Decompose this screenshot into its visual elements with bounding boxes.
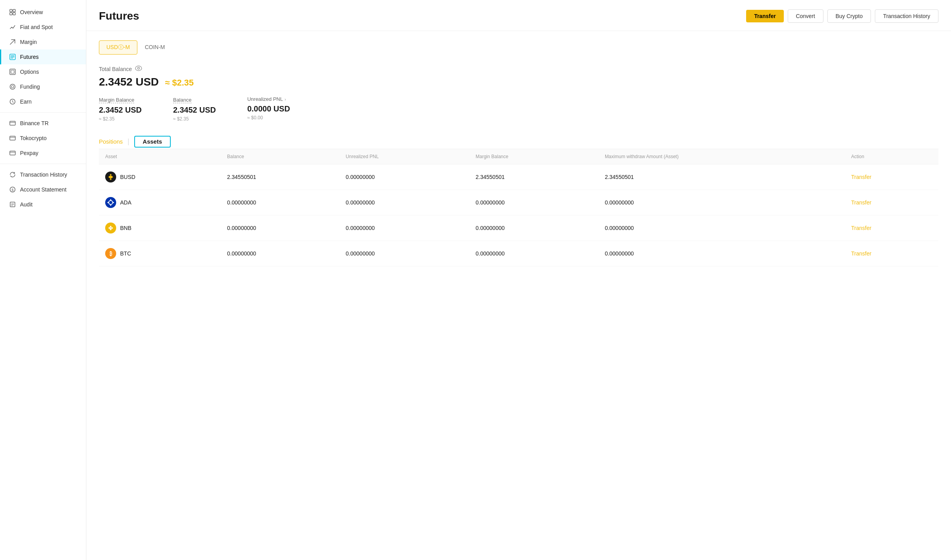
col-balance: Balance [221,149,340,164]
total-balance-label: Total Balance [99,66,938,73]
sub-tab-assets[interactable]: Assets [143,138,162,145]
cell-margin-balance-1: 0.00000000 [469,190,599,215]
convert-button[interactable]: Convert [788,9,823,23]
sidebar-label-account-statement: Account Statement [20,186,66,193]
svg-rect-12 [10,151,15,155]
sidebar-label-binance-tr: Binance TR [20,120,49,126]
sidebar-label-transaction-history: Transaction History [20,171,67,178]
cell-max-withdraw-2: 0.00000000 [599,215,845,241]
sidebar-item-pexpay[interactable]: Pexpay [0,146,86,161]
transaction-history-button[interactable]: Transaction History [875,9,938,23]
margin-icon [9,38,16,46]
svg-point-8 [11,86,14,88]
cell-unrealized-pnl-1: 0.00000000 [340,190,469,215]
audit-icon [9,201,16,208]
cell-asset-2: BNB [99,215,221,241]
col-action: Action [845,149,939,164]
svg-point-24 [113,202,114,203]
total-balance-value: 2.3452 USD ≈ $2.35 [99,76,938,88]
page-title: Futures [99,10,139,22]
transfer-link-1[interactable]: Transfer [851,199,872,206]
transfer-button[interactable]: Transfer [746,10,783,22]
main-content: Futures Transfer Convert Buy Crypto Tran… [86,0,951,560]
balance-value: 2.3452 USD [173,106,216,115]
asset-logo-bnb [105,223,116,233]
svg-point-16 [135,66,142,71]
asset-name-1: ADA [120,199,131,206]
table-row: BNB 0.00000000 0.00000000 0.00000000 0.0… [99,215,938,241]
sidebar-item-overview[interactable]: Overview [0,5,86,20]
sidebar-item-earn[interactable]: Earn [0,94,86,109]
cell-action-0: Transfer [845,164,939,190]
svg-point-17 [138,67,140,69]
transaction-history-icon [9,171,16,178]
binance-tr-icon [9,120,16,127]
sub-tab-positions[interactable]: Positions [99,134,123,149]
table-row: ₿ BTC 0.00000000 0.00000000 0.00000000 0… [99,241,938,266]
svg-point-21 [110,199,111,201]
svg-point-19 [105,197,116,208]
sidebar-divider [0,112,86,113]
cell-action-1: Transfer [845,190,939,215]
fiat-spot-icon [9,24,16,31]
sidebar-label-tokocrypto: Tokocrypto [20,135,47,141]
tab-usd-m[interactable]: USDⒾ-M [99,40,137,55]
tab-usd-m-label: USDⒾ-M [106,44,130,50]
buy-crypto-button[interactable]: Buy Crypto [827,9,871,23]
svg-rect-5 [10,69,15,75]
sidebar-item-futures[interactable]: Futures [0,49,86,64]
unrealized-pnl-approx: ≈ $0.00 [247,115,290,120]
sidebar-item-fiat-spot[interactable]: Fiat and Spot [0,20,86,35]
col-max-withdraw: Maximum withdraw Amount (Asset) [599,149,845,164]
sidebar-item-audit[interactable]: Audit [0,197,86,212]
sidebar-item-account-statement[interactable]: $ Account Statement [0,182,86,197]
sidebar-item-binance-tr[interactable]: Binance TR [0,116,86,131]
chevron-right-icon: › [285,97,286,102]
sidebar-item-funding[interactable]: Funding [0,79,86,94]
svg-rect-1 [13,9,15,12]
margin-balance-approx: ≈ $2.35 [99,116,142,122]
sidebar-item-tokocrypto[interactable]: Tokocrypto [0,131,86,146]
sub-tab-assets-wrapper: Assets [134,136,171,148]
eye-icon[interactable] [135,66,142,73]
svg-point-23 [108,202,109,203]
sidebar-item-transaction-history[interactable]: Transaction History [0,167,86,182]
tab-coin-m-label: COIN-M [145,44,165,50]
account-statement-icon: $ [9,186,16,193]
futures-icon [9,53,16,60]
table-row: BUSD 2.34550501 0.00000000 2.34550501 2.… [99,164,938,190]
col-asset: Asset [99,149,221,164]
cell-max-withdraw-0: 2.34550501 [599,164,845,190]
sidebar-item-margin[interactable]: Margin [0,35,86,49]
tab-coin-m[interactable]: COIN-M [137,40,172,55]
options-icon [9,68,16,75]
cell-unrealized-pnl-0: 0.00000000 [340,164,469,190]
cell-unrealized-pnl-2: 0.00000000 [340,215,469,241]
sidebar-label-pexpay: Pexpay [20,150,38,156]
sidebar-label-options: Options [20,69,39,75]
cell-asset-0: BUSD [99,164,221,190]
page-header: Futures Transfer Convert Buy Crypto Tran… [86,0,951,31]
transfer-link-0[interactable]: Transfer [851,174,872,180]
asset-logo-ada [105,197,116,208]
cell-action-3: Transfer [845,241,939,266]
svg-rect-2 [10,13,12,15]
svg-rect-0 [10,9,12,12]
unrealized-pnl-label[interactable]: Unrealized PNL › [247,96,290,102]
cell-asset-3: ₿ BTC [99,241,221,266]
sidebar-label-audit: Audit [20,201,33,208]
asset-name-0: BUSD [120,174,135,180]
asset-name-2: BNB [120,225,131,231]
earn-icon [9,98,16,105]
transfer-link-2[interactable]: Transfer [851,225,872,231]
cell-balance-1: 0.00000000 [221,190,340,215]
table-header: Asset Balance Unrealized PNL Margin Bala… [99,149,938,164]
svg-rect-10 [10,121,15,125]
svg-text:₿: ₿ [110,251,112,257]
balance-label: Balance [173,97,192,103]
cell-max-withdraw-1: 0.00000000 [599,190,845,215]
balance-section: Total Balance 2.3452 USD ≈ $2.35 Margin … [99,66,938,122]
transfer-link-3[interactable]: Transfer [851,250,872,257]
sidebar-item-options[interactable]: Options [0,64,86,79]
cell-asset-1: ADA [99,190,221,215]
